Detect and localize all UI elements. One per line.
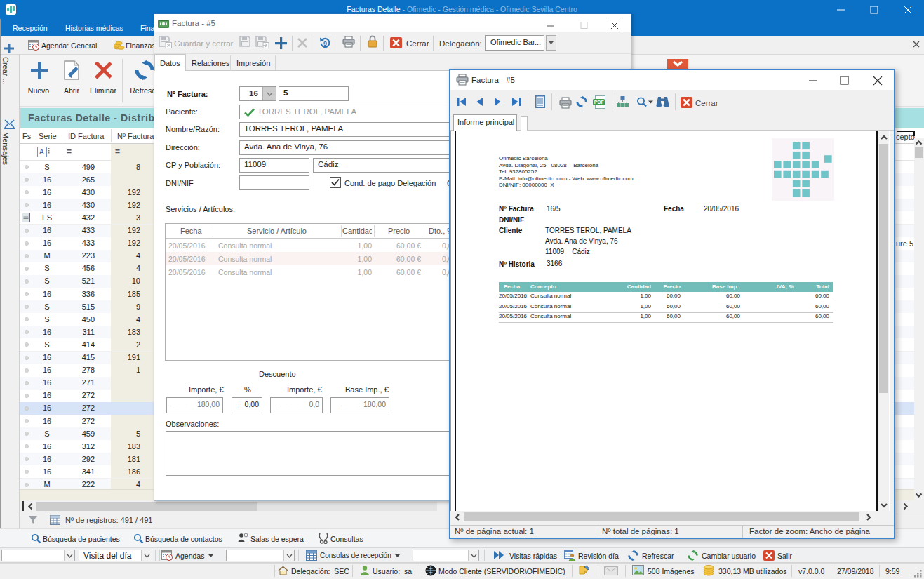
svg-text:9: 9 [323, 40, 327, 47]
svg-text:PDF: PDF [594, 100, 605, 105]
svg-text:A: A [39, 148, 44, 156]
